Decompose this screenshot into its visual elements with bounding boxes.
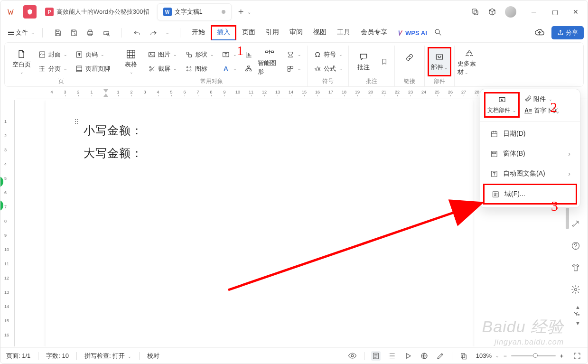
icon-button[interactable]: 图标: [182, 62, 217, 75]
tab-view[interactable]: 视图: [308, 25, 331, 40]
cover-button[interactable]: 封面⌄: [35, 48, 70, 61]
status-page[interactable]: 页面: 1/1: [6, 352, 30, 360]
zoom-out-icon[interactable]: －: [502, 352, 508, 360]
edit-icon[interactable]: [436, 351, 445, 361]
document-line-1[interactable]: 小写金额：: [84, 119, 473, 142]
menu-form[interactable]: 窗体(B) ›: [483, 144, 577, 164]
page-number-button[interactable]: 页码⌄: [72, 48, 113, 61]
wps-ai-button[interactable]: WPS AI: [397, 29, 427, 37]
prev-page-icon[interactable]: ▲: [575, 304, 580, 310]
settings-icon[interactable]: [570, 284, 581, 295]
print-icon[interactable]: [85, 28, 95, 37]
status-proof[interactable]: 校对: [147, 352, 159, 360]
cloud-upload-icon[interactable]: [534, 27, 545, 39]
symbol-button[interactable]: Ω符号⌄: [310, 48, 345, 61]
document-line-2[interactable]: 大写金额：: [84, 142, 473, 165]
outline-view-icon[interactable]: [387, 351, 397, 361]
search-icon[interactable]: [434, 28, 442, 38]
menu-field[interactable]: 域(F)...: [483, 184, 577, 205]
zoom-slider[interactable]: [511, 355, 556, 356]
popup-doc-parts-button[interactable]: 文档部件 ⌄: [484, 92, 520, 118]
status-spellcheck[interactable]: 拼写检查: 打开 ⌄: [84, 352, 131, 360]
more1-button[interactable]: ⌄: [283, 48, 304, 61]
material-icon: [464, 48, 475, 58]
file-menu[interactable]: 文件 ⌄: [4, 27, 38, 39]
orgchart-button[interactable]: [242, 62, 256, 75]
chart-button[interactable]: [242, 48, 256, 61]
wordart-button[interactable]: A⌄: [219, 62, 240, 75]
screenshot-button[interactable]: 截屏⌄: [145, 62, 180, 75]
parts-button[interactable]: 部件⌄: [428, 47, 451, 76]
tab-home[interactable]: 开始: [187, 25, 210, 40]
tab-list-button[interactable]: ⌄: [247, 9, 251, 15]
more-material-button[interactable]: 更多素材⌄: [457, 47, 481, 77]
fullscreen-icon[interactable]: [572, 351, 582, 361]
section-button[interactable]: 分页⌄: [35, 62, 70, 75]
zoom-control[interactable]: 103%⌄ － ＋: [476, 352, 565, 360]
tab-document-1[interactable]: P 高效能人士的Word办公秘技300招: [39, 3, 155, 20]
tab-references[interactable]: 引用: [261, 25, 284, 40]
smartart-button[interactable]: 智能图形: [258, 47, 281, 76]
label: 形状: [195, 50, 207, 59]
blank-page-button[interactable]: 空白页⌄: [9, 47, 33, 76]
zoom-in-icon[interactable]: ＋: [559, 352, 565, 360]
hyperlink-button[interactable]: .: [398, 47, 421, 76]
tab-page[interactable]: 页面: [237, 25, 260, 40]
svg-rect-35: [492, 152, 495, 153]
tab-tools[interactable]: 工具: [332, 25, 355, 40]
web-view-icon[interactable]: [420, 351, 429, 361]
eye-icon[interactable]: [348, 351, 357, 361]
label: 文档部件: [487, 107, 510, 113]
print-preview-icon[interactable]: [102, 28, 111, 37]
menu-autotext[interactable]: 自动图文集(A) ›: [483, 164, 577, 184]
move-handle-icon[interactable]: ⠿: [74, 118, 79, 126]
maximize-button[interactable]: ▢: [547, 5, 563, 19]
more2-button[interactable]: ⌄: [283, 62, 304, 75]
svg-rect-2: [88, 32, 93, 35]
multiwindow-icon[interactable]: [471, 8, 479, 16]
svg-rect-11: [127, 50, 135, 58]
new-tab-button[interactable]: +: [238, 7, 244, 18]
picture-button[interactable]: 图片⌄: [145, 48, 180, 61]
shape-button[interactable]: 形状⌄: [182, 48, 217, 61]
cube-icon[interactable]: [488, 8, 496, 16]
bookmark-button[interactable]: [377, 55, 392, 68]
tab-member[interactable]: 会员专享: [356, 25, 392, 40]
play-icon[interactable]: [403, 351, 413, 361]
magic-icon[interactable]: [570, 219, 581, 229]
table-button[interactable]: 表格⌄: [119, 47, 143, 76]
header-footer-button[interactable]: 页眉页脚: [72, 62, 113, 75]
picture-icon: [148, 50, 156, 59]
tab-insert[interactable]: 插入: [211, 25, 236, 40]
duplicate-icon[interactable]: [459, 351, 468, 361]
next-page-icon[interactable]: ▼: [575, 320, 580, 326]
tab-review[interactable]: 审阅: [285, 25, 308, 40]
attach-button[interactable]: 附件⌄: [524, 95, 559, 103]
save-as-icon[interactable]: [69, 28, 79, 37]
avatar[interactable]: [505, 6, 516, 18]
help-icon[interactable]: [570, 241, 581, 251]
share-button[interactable]: 分享: [551, 26, 584, 39]
indent-marker-icon[interactable]: [103, 89, 109, 97]
group-label-comment: 批注: [366, 77, 377, 86]
field-icon: [491, 190, 500, 198]
dropcap-button[interactable]: A≡首字下沉: [524, 106, 559, 115]
shield-button[interactable]: [23, 5, 37, 19]
label: 批注: [357, 63, 370, 72]
undo-icon[interactable]: [132, 28, 142, 37]
chevron-down-icon[interactable]: ⌄: [166, 30, 169, 35]
clothes-icon[interactable]: [570, 262, 581, 273]
status-words[interactable]: 字数: 10: [46, 352, 69, 360]
tab-label: 文字文稿1: [175, 8, 203, 16]
minimize-button[interactable]: ─: [526, 5, 542, 19]
close-button[interactable]: ✕: [568, 5, 584, 19]
redo-icon[interactable]: [149, 28, 158, 37]
save-icon[interactable]: [53, 28, 63, 37]
page-view-icon[interactable]: [371, 351, 381, 361]
nav-dots-icon[interactable]: ••: [576, 312, 579, 318]
menu-date[interactable]: 日期(D): [483, 124, 577, 144]
textbox-button[interactable]: ⌄: [219, 48, 240, 61]
tab-document-2[interactable]: W 文字文稿1: [157, 3, 232, 20]
equation-button[interactable]: √x公式⌄: [310, 62, 345, 75]
comment-button[interactable]: 批注: [352, 47, 375, 76]
